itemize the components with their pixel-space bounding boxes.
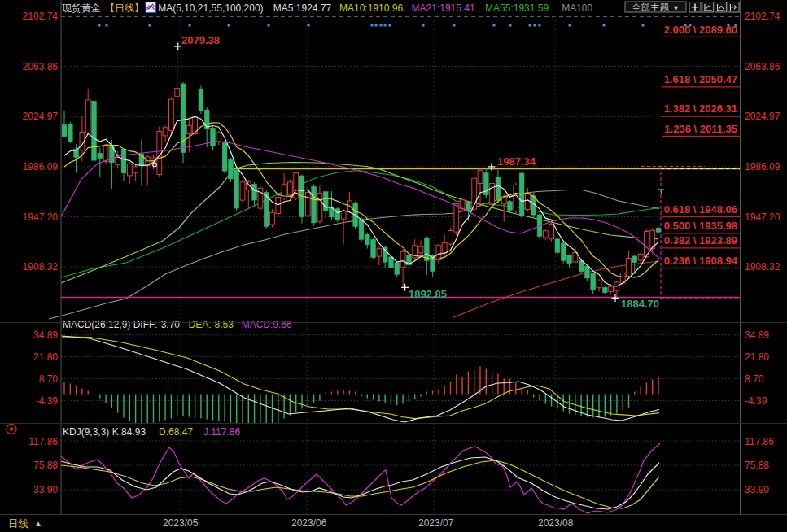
svg-text:MACD(26,12,9) DIFF:-3.70: MACD(26,12,9) DIFF:-3.70	[63, 319, 180, 330]
svg-text:MA55:1931.59: MA55:1931.59	[485, 2, 549, 14]
svg-text:1987.34: 1987.34	[497, 155, 536, 168]
svg-text:2063.86: 2063.86	[23, 61, 59, 72]
svg-text:1947.20: 1947.20	[745, 211, 780, 223]
svg-text:75.88: 75.88	[745, 460, 769, 471]
svg-text:8.70: 8.70	[39, 373, 59, 385]
svg-text:2023/07: 2023/07	[418, 517, 454, 529]
svg-text:34.89: 34.89	[745, 329, 769, 341]
svg-text:33.90: 33.90	[745, 484, 769, 495]
svg-text:33.90: 33.90	[33, 484, 58, 495]
svg-text:-4.39: -4.39	[745, 395, 767, 407]
svg-text:1.382 \ 2026.31: 1.382 \ 2026.31	[664, 102, 737, 115]
svg-text:2023/08: 2023/08	[538, 517, 574, 529]
svg-text:DEA:-8.53: DEA:-8.53	[189, 319, 234, 330]
svg-text:8.70: 8.70	[745, 373, 764, 385]
svg-text:KDJ(9,3,3) K:84.93: KDJ(9,3,3) K:84.93	[63, 426, 146, 438]
svg-text:▲: ▲	[34, 519, 42, 528]
svg-text:▼: ▼	[672, 4, 680, 12]
svg-text:全部主题: 全部主题	[632, 2, 670, 12]
svg-text:现货黄金: 现货黄金	[62, 2, 101, 14]
svg-text:0.236 \ 1908.94: 0.236 \ 1908.94	[664, 255, 738, 267]
svg-text:2.000 \ 2089.60: 2.000 \ 2089.60	[664, 24, 737, 36]
svg-text:MA10:1910.96: MA10:1910.96	[339, 2, 403, 14]
svg-text:-4.39: -4.39	[36, 395, 59, 407]
svg-text:2079.38: 2079.38	[181, 34, 220, 46]
svg-text:1884.70: 1884.70	[621, 298, 659, 310]
svg-text:2102.74: 2102.74	[745, 11, 780, 22]
svg-text:2102.74: 2102.74	[23, 11, 59, 22]
svg-text:MA5:1924.77: MA5:1924.77	[273, 2, 332, 14]
svg-text:21.80: 21.80	[33, 351, 58, 363]
svg-text:1.618 \ 2050.47: 1.618 \ 2050.47	[664, 73, 737, 85]
svg-text:1947.20: 1947.20	[23, 211, 59, 223]
svg-text:21.80: 21.80	[745, 351, 769, 363]
svg-text:117.86: 117.86	[745, 436, 774, 447]
svg-text:75.88: 75.88	[33, 460, 58, 471]
svg-text:1986.09: 1986.09	[745, 161, 780, 172]
svg-text:MA21:1915.41: MA21:1915.41	[412, 2, 475, 14]
svg-text:0.500 \ 1935.98: 0.500 \ 1935.98	[664, 220, 737, 232]
svg-text:D:68.47: D:68.47	[159, 426, 193, 438]
svg-text:0.382 \ 1923.89: 0.382 \ 1923.89	[664, 234, 737, 246]
svg-text:34.89: 34.89	[33, 329, 58, 341]
svg-text:日线: 日线	[8, 518, 28, 530]
svg-text:1908.32: 1908.32	[745, 261, 780, 273]
svg-text:MA100: MA100	[562, 2, 592, 14]
svg-text:2063.86: 2063.86	[745, 61, 780, 72]
svg-text:J:117.86: J:117.86	[203, 426, 240, 438]
svg-text:MA(5,10,21,55,100,200): MA(5,10,21,55,100,200)	[158, 2, 263, 14]
svg-text:MACD:9.66: MACD:9.66	[242, 319, 292, 330]
svg-text:【日线】: 【日线】	[105, 2, 144, 14]
svg-text:1.236 \ 2011.35: 1.236 \ 2011.35	[664, 123, 737, 135]
svg-text:2024.97: 2024.97	[23, 111, 59, 122]
svg-text:1908.32: 1908.32	[23, 261, 59, 273]
svg-text:2023/06: 2023/06	[291, 517, 327, 529]
svg-text:2023/05: 2023/05	[163, 517, 199, 529]
svg-text:117.86: 117.86	[28, 436, 58, 447]
svg-text:1892.85: 1892.85	[409, 288, 447, 300]
svg-text:0.618 \ 1948.06: 0.618 \ 1948.06	[664, 203, 737, 216]
svg-text:1986.09: 1986.09	[23, 161, 59, 172]
svg-text:2024.97: 2024.97	[745, 111, 780, 122]
